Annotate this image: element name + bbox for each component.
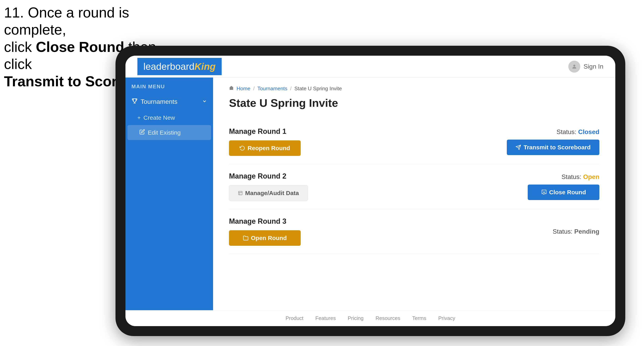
user-avatar-icon [568, 61, 580, 73]
tablet-frame: leaderboardKing Sign In MAIN MENU [116, 46, 625, 336]
round-2-left: Manage Round 2 Manage/Audit Data [229, 172, 308, 201]
sidebar-tournaments-left: Tournaments [132, 98, 178, 106]
open-round-label: Open Round [251, 235, 287, 241]
logo-leaderboard-text: leaderboard [144, 61, 194, 72]
breadcrumb-sep2: / [290, 86, 292, 92]
tournaments-label: Tournaments [140, 98, 178, 105]
round-1-status-value: Closed [578, 128, 600, 135]
logo-container: leaderboardKing [138, 58, 222, 75]
round-1-title: Manage Round 1 [229, 127, 301, 136]
tablet-screen: leaderboardKing Sign In MAIN MENU [126, 56, 615, 326]
edit-icon [140, 129, 145, 136]
round-3-status-value: Pending [574, 228, 600, 235]
main-content: Home / Tournaments / State U Spring Invi… [213, 78, 615, 310]
reopen-round-label: Reopen Round [248, 145, 290, 152]
round-3-right: Status: Pending [552, 228, 600, 235]
breadcrumb-sep1: / [253, 86, 254, 92]
close-round-button[interactable]: Close Round [528, 184, 600, 200]
app-footer: Product Features Pricing Resources Terms… [126, 310, 615, 326]
open-round-button[interactable]: Open Round [229, 230, 301, 246]
sidebar-edit-existing[interactable]: Edit Existing [128, 125, 211, 140]
sign-in-label[interactable]: Sign In [584, 63, 604, 70]
edit-existing-label: Edit Existing [148, 129, 180, 136]
footer-product[interactable]: Product [286, 315, 304, 321]
app-container: MAIN MENU Tournaments [126, 78, 615, 310]
round-1-status: Status: Closed [556, 128, 600, 136]
round-3-left: Manage Round 3 Open Round [229, 217, 301, 246]
sign-in-area[interactable]: Sign In [568, 61, 604, 73]
round-1-left: Manage Round 1 Reopen Round [229, 127, 301, 156]
breadcrumb-home[interactable]: Home [236, 86, 250, 92]
trophy-icon [132, 98, 138, 106]
reopen-round-button[interactable]: Reopen Round [229, 140, 301, 156]
footer-pricing[interactable]: Pricing [348, 315, 364, 321]
round-3-section: Manage Round 3 Open Round Status: Pendin… [229, 209, 600, 254]
round-2-title: Manage Round 2 [229, 172, 308, 180]
sidebar-item-tournaments[interactable]: Tournaments [126, 93, 213, 110]
round-2-status: Status: Open [562, 173, 600, 180]
round-2-status-value: Open [583, 173, 600, 180]
svg-rect-5 [238, 191, 242, 195]
breadcrumb-current: State U Spring Invite [294, 86, 342, 92]
logo-king-text: King [194, 61, 216, 72]
footer-privacy[interactable]: Privacy [438, 315, 455, 321]
instruction-line2: click [4, 39, 36, 55]
footer-resources[interactable]: Resources [376, 315, 400, 321]
instruction-line1: 11. Once a round is complete, [4, 4, 129, 38]
main-menu-label: MAIN MENU [126, 84, 213, 93]
breadcrumb: Home / Tournaments / State U Spring Invi… [229, 86, 600, 92]
chevron-down-icon [202, 98, 207, 105]
round-1-right: Status: Closed Transmit to Scoreboard [507, 128, 600, 155]
plus-icon: + [138, 115, 140, 121]
transmit-scoreboard-label: Transmit to Scoreboard [524, 144, 591, 151]
round-1-section: Manage Round 1 Reopen Round Status: Clos… [229, 119, 600, 164]
manage-audit-button[interactable]: Manage/Audit Data [229, 185, 308, 201]
create-new-label: Create New [144, 114, 175, 121]
instruction-bold1: Close Round [36, 39, 124, 55]
logo: leaderboardKing [144, 61, 216, 72]
close-round-label: Close Round [549, 189, 586, 196]
svg-point-2 [573, 65, 575, 67]
top-bar: leaderboardKing Sign In [126, 56, 615, 78]
transmit-scoreboard-button[interactable]: Transmit to Scoreboard [507, 140, 600, 155]
round-3-status: Status: Pending [552, 228, 600, 235]
round-2-section: Manage Round 2 Manage/Audit Data [229, 164, 600, 209]
page-title: State U Spring Invite [229, 96, 600, 109]
breadcrumb-home-icon [229, 86, 234, 92]
footer-terms[interactable]: Terms [412, 315, 426, 321]
round-2-right: Status: Open Close Round [528, 173, 600, 200]
round-3-title: Manage Round 3 [229, 217, 301, 225]
breadcrumb-tournaments[interactable]: Tournaments [258, 86, 287, 92]
sidebar: MAIN MENU Tournaments [126, 78, 213, 310]
sidebar-create-new[interactable]: + Create New [126, 110, 213, 125]
footer-features[interactable]: Features [316, 315, 336, 321]
manage-audit-label: Manage/Audit Data [245, 190, 299, 196]
